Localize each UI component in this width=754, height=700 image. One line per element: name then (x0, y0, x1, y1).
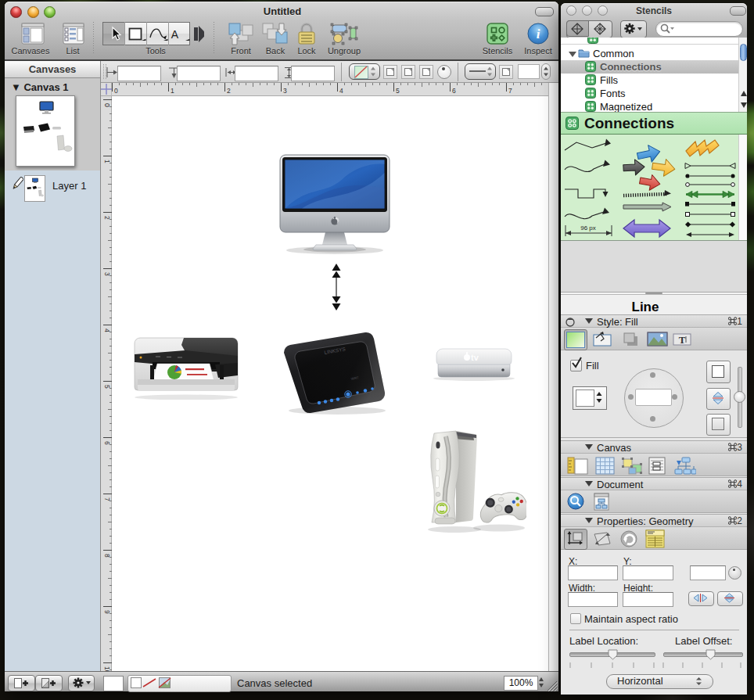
svg-text:7: 7 (508, 87, 512, 95)
svg-text:5: 5 (396, 87, 400, 95)
svg-text:1: 1 (103, 160, 111, 163)
svg-text:7: 7 (103, 497, 111, 501)
svg-text:6: 6 (452, 87, 456, 95)
svg-text:3: 3 (103, 272, 111, 276)
svg-text:2: 2 (227, 87, 231, 95)
svg-text:tv: tv (471, 353, 479, 362)
svg-text:8: 8 (103, 554, 111, 558)
svg-text:1: 1 (171, 87, 174, 95)
svg-text:5: 5 (103, 385, 111, 389)
svg-text:0: 0 (103, 103, 111, 107)
svg-text:9: 9 (103, 610, 111, 614)
svg-text:3: 3 (283, 87, 287, 95)
svg-text:T: T (679, 334, 686, 346)
svg-text:6: 6 (103, 441, 111, 445)
svg-text:4: 4 (103, 328, 111, 332)
svg-text:96 px: 96 px (580, 224, 596, 232)
svg-text:4: 4 (339, 87, 343, 95)
svg-text:A: A (171, 28, 179, 41)
svg-text:i: i (537, 27, 540, 41)
svg-text:2: 2 (103, 216, 111, 220)
svg-text:0: 0 (114, 87, 118, 95)
